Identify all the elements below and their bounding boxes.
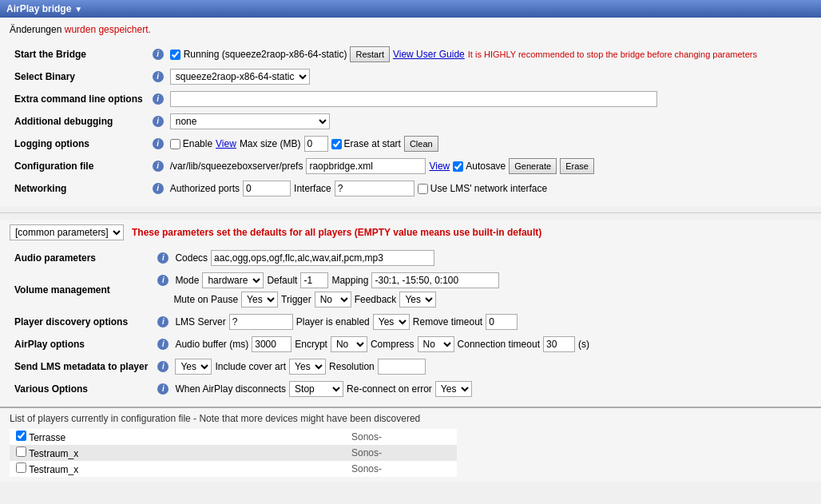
various-options-content: i When AirPlay disconnects Stop Pause No… bbox=[157, 381, 807, 397]
config-file-content: i /var/lib/squeezeboxserver/prefs View A… bbox=[153, 158, 807, 174]
feedback-select[interactable]: Yes No bbox=[399, 292, 436, 308]
default-label: Default bbox=[267, 275, 297, 286]
lms-metadata-row: Send LMS metadata to player i Yes No Inc… bbox=[10, 355, 811, 378]
player-terrasse-label: Terrasse bbox=[16, 432, 65, 443]
start-bridge-checkbox[interactable] bbox=[170, 50, 180, 60]
table-row: Terrasse Sonos- bbox=[10, 429, 457, 445]
audio-params-label: Audio parameters bbox=[10, 247, 153, 269]
networking-row: Networking i Authorized ports Interface … bbox=[10, 177, 811, 200]
erase-config-button[interactable]: Erase bbox=[560, 158, 594, 174]
conn-timeout-input[interactable] bbox=[543, 336, 575, 352]
when-disconnects-label: When AirPlay disconnects bbox=[175, 383, 286, 395]
audio-info-icon[interactable]: i bbox=[157, 252, 169, 264]
debugging-label: Additional debugging bbox=[10, 110, 148, 133]
player-testraum1-label: Testraum_x bbox=[16, 448, 78, 459]
debugging-select[interactable]: none debug verbose error bbox=[170, 113, 330, 129]
compress-select[interactable]: No Yes bbox=[418, 336, 454, 352]
logging-row: Logging options i Enable View Max size (… bbox=[10, 133, 811, 155]
autosave-checkbox[interactable] bbox=[453, 161, 463, 172]
logging-enable-checkbox[interactable] bbox=[170, 139, 180, 149]
player-testraum2-name: Testraum_x bbox=[29, 464, 78, 475]
config-view-link[interactable]: View bbox=[429, 161, 450, 172]
player-terrasse-checkbox[interactable] bbox=[16, 431, 26, 441]
use-lms-network-text: Use LMS' network interface bbox=[430, 183, 547, 194]
player-testraum2-checkbox[interactable] bbox=[16, 462, 26, 473]
networking-info-icon[interactable]: i bbox=[153, 183, 164, 194]
view-user-guide-link[interactable]: View User Guide bbox=[393, 49, 465, 60]
select-binary-row: Select Binary i squeeze2raop-x86-64-stat… bbox=[10, 65, 811, 88]
erase-at-start-label: Erase at start bbox=[331, 138, 401, 149]
debugging-info-icon[interactable]: i bbox=[153, 116, 164, 127]
lms-server-input[interactable] bbox=[229, 314, 293, 330]
volume-label: Volume management bbox=[10, 269, 153, 311]
params-header: [common parameters] [player-specific] Th… bbox=[10, 224, 811, 240]
use-lms-network-checkbox[interactable] bbox=[418, 184, 428, 194]
config-file-row: Configuration file i /var/lib/squeezebox… bbox=[10, 155, 811, 177]
logging-enable-text: Enable bbox=[183, 138, 212, 149]
logging-view-link[interactable]: View bbox=[216, 138, 236, 149]
encrypt-select[interactable]: No Yes bbox=[331, 336, 367, 352]
clean-button[interactable]: Clean bbox=[404, 136, 438, 152]
player-discovery-info-icon[interactable]: i bbox=[157, 316, 169, 327]
airplay-info-icon[interactable]: i bbox=[157, 339, 169, 350]
lms-metadata-info-icon[interactable]: i bbox=[157, 361, 169, 372]
player-enabled-select[interactable]: Yes No bbox=[373, 314, 410, 330]
logging-info-icon[interactable]: i bbox=[153, 138, 164, 149]
settings-form: Start the Bridge i Running (squeeze2raop… bbox=[10, 43, 811, 200]
cover-art-select[interactable]: Yes No bbox=[289, 359, 326, 375]
start-bridge-content: i Running (squeeze2raop-x86-64-static) R… bbox=[153, 46, 807, 62]
mute-on-pause-select[interactable]: Yes No bbox=[241, 292, 278, 308]
params-dropdown[interactable]: [common parameters] [player-specific] bbox=[10, 224, 124, 240]
parameters-section: [common parameters] [player-specific] Th… bbox=[0, 220, 821, 407]
when-disconnects-select[interactable]: Stop Pause Nothing bbox=[289, 381, 343, 397]
player-discovery-content: i LMS Server Player is enabled Yes No Re… bbox=[157, 314, 807, 330]
debugging-row: Additional debugging i none debug verbos… bbox=[10, 110, 811, 133]
airplay-options-label: AirPlay options bbox=[10, 333, 153, 355]
volume-row1: i Mode hardware software disabled Defaul… bbox=[157, 272, 807, 288]
config-filename-input[interactable] bbox=[306, 158, 426, 174]
feedback-label: Feedback bbox=[355, 294, 397, 305]
title-dropdown-arrow[interactable]: ▼ bbox=[74, 5, 82, 14]
title-bar: AirPlay bridge ▼ bbox=[0, 0, 821, 18]
various-info-icon[interactable]: i bbox=[157, 383, 169, 395]
codecs-label: Codecs bbox=[175, 252, 208, 264]
interface-input[interactable] bbox=[335, 181, 414, 196]
codecs-input[interactable] bbox=[211, 250, 434, 266]
select-binary-content: i squeeze2raop-x86-64-static squeeze2rao… bbox=[153, 69, 807, 85]
reconnect-select[interactable]: Yes No bbox=[435, 381, 472, 397]
player-testraum2-type: Sonos- bbox=[345, 461, 457, 477]
player-testraum1-name: Testraum_x bbox=[29, 448, 78, 459]
extra-cmdline-input[interactable] bbox=[170, 91, 657, 107]
restart-button[interactable]: Restart bbox=[350, 46, 389, 62]
select-binary-info-icon[interactable]: i bbox=[153, 71, 164, 82]
default-input[interactable] bbox=[300, 272, 328, 288]
erase-at-start-checkbox[interactable] bbox=[331, 139, 342, 149]
debugging-content: i none debug verbose error bbox=[153, 113, 807, 129]
remove-timeout-input[interactable] bbox=[486, 314, 518, 330]
start-bridge-info-icon[interactable]: i bbox=[153, 49, 164, 60]
resolution-input[interactable] bbox=[378, 359, 426, 375]
select-binary-label: Select Binary bbox=[10, 65, 148, 88]
audio-buffer-input[interactable] bbox=[252, 336, 292, 352]
autosave-label: Autosave bbox=[453, 161, 506, 172]
extra-cmdline-info-icon[interactable]: i bbox=[153, 93, 164, 105]
max-size-input[interactable] bbox=[304, 136, 328, 152]
player-testraum2-label: Testraum_x bbox=[16, 464, 78, 475]
mode-select[interactable]: hardware software disabled bbox=[202, 272, 264, 288]
various-options-label: Various Options bbox=[10, 378, 153, 400]
config-file-info-icon[interactable]: i bbox=[153, 161, 164, 172]
mapping-input[interactable] bbox=[371, 272, 499, 288]
main-content: Änderungen wurden gespeichert. Start the… bbox=[0, 18, 821, 206]
params-form: Audio parameters i Codecs Volume managem… bbox=[10, 247, 811, 400]
volume-info-icon[interactable]: i bbox=[157, 275, 169, 286]
start-bridge-row: Start the Bridge i Running (squeeze2raop… bbox=[10, 43, 811, 65]
generate-button[interactable]: Generate bbox=[509, 158, 557, 174]
binary-select[interactable]: squeeze2raop-x86-64-static squeeze2raop-… bbox=[170, 69, 310, 85]
player-testraum1-checkbox[interactable] bbox=[16, 446, 26, 457]
logging-enable-label: Enable bbox=[170, 138, 212, 149]
trigger-select[interactable]: No Yes bbox=[315, 292, 351, 308]
logging-content: i Enable View Max size (MB) Erase at sta… bbox=[153, 136, 807, 152]
erase-at-start-text: Erase at start bbox=[344, 138, 401, 149]
send-metadata-select[interactable]: Yes No bbox=[175, 359, 212, 375]
auth-ports-input[interactable] bbox=[243, 181, 291, 196]
